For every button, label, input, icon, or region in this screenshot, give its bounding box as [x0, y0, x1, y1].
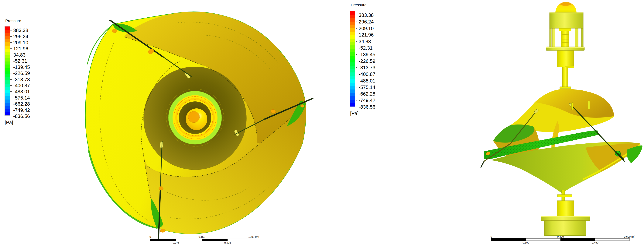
legend-label-row: -400.87	[10, 83, 30, 89]
legend-tick	[10, 42, 12, 43]
scale-ruler-right: 0 0.300 0.600 (m) 0.150 0.450	[491, 235, 630, 244]
legend-value: -52.31	[13, 59, 27, 63]
collar-top-face	[550, 13, 583, 14]
legend-value: -662.28	[13, 101, 30, 106]
legend-label-row: 383.38	[356, 12, 375, 19]
cfd-postprocessor-canvas: Pressure 383.38 296.24 209.10 121.96 34.…	[0, 0, 644, 249]
ruler-label: 0.150	[198, 235, 205, 238]
legend-label-row: 383.38	[10, 27, 30, 33]
impeller-top-view	[86, 12, 313, 239]
legend-tick	[356, 15, 357, 15]
legend-value: -749.42	[359, 98, 375, 103]
legend-label-row: -313.73	[356, 64, 375, 71]
legend-tick	[356, 100, 357, 100]
shaft-step	[559, 28, 571, 31]
legend-title: Pressure	[5, 19, 21, 23]
drive-shaft	[562, 67, 568, 88]
legend-value: 296.24	[359, 19, 374, 24]
legend-tick	[356, 94, 357, 94]
legend-label-row: 296.24	[10, 33, 30, 39]
ruler-label: 0.600 (m)	[624, 235, 635, 238]
ruler-bar	[150, 238, 254, 241]
legend-value: -662.28	[359, 91, 375, 96]
dome-cap	[560, 3, 571, 6]
legend-label-row: -662.28	[10, 101, 30, 107]
legend-value: -313.73	[13, 77, 30, 82]
legend-value: 383.38	[359, 13, 374, 18]
legend-tick	[10, 67, 12, 67]
turbine-side-view	[481, 2, 642, 236]
legend-value: -226.59	[13, 71, 30, 76]
legend-tick	[10, 61, 12, 61]
ruler-label: 0.150	[522, 241, 529, 244]
legend-label-row: -488.01	[10, 89, 30, 95]
legend-tick	[356, 74, 357, 74]
legend-value: -226.59	[359, 59, 375, 64]
legend-tick	[10, 36, 12, 37]
legend-value: 34.83	[13, 52, 26, 57]
base-drum	[544, 221, 586, 236]
legend-tick	[356, 28, 357, 29]
legend-colorbar	[350, 11, 355, 107]
ruler-label: 0.225	[224, 241, 231, 244]
legend-value: -575.14	[359, 85, 375, 90]
ruler-bar	[491, 238, 630, 241]
legend-value: -313.73	[359, 65, 375, 70]
legend-value: 121.96	[13, 46, 28, 51]
legend-value: 121.96	[359, 32, 374, 37]
legend-tick	[356, 48, 357, 48]
legend-value: -139.45	[13, 65, 30, 70]
legend-tick	[10, 98, 12, 98]
ruler-label: 0.450	[592, 241, 598, 244]
legend-label-row: -575.14	[10, 95, 30, 101]
legend-value: -749.42	[13, 108, 30, 113]
legend-value: -400.87	[13, 83, 30, 88]
legend-tick	[10, 104, 12, 104]
legend-value: -400.87	[359, 72, 375, 77]
legend-label-row: -226.59	[356, 58, 375, 64]
spiral-blade-assembly	[481, 89, 642, 193]
legend-value: 209.10	[13, 40, 28, 45]
legend-label-row: -313.73	[10, 76, 30, 82]
legend-tick	[356, 41, 357, 42]
legend-tick	[10, 116, 12, 116]
upper-block	[557, 51, 574, 67]
legend-tick	[10, 30, 12, 31]
legend-tick	[10, 55, 12, 55]
legend-tick	[10, 79, 12, 80]
legend-tick	[356, 22, 357, 22]
legend-label-row: -226.59	[10, 70, 30, 76]
legend-tick	[10, 110, 12, 110]
legend-labels: 383.38 296.24 209.10 121.96 34.83 -52.31…	[356, 12, 375, 110]
legend-tick	[356, 35, 357, 35]
scale-ruler-left: 0 0.150 0.300 (m) 0.075 0.225	[150, 235, 254, 244]
legend-value: -488.01	[13, 89, 30, 94]
ruler-label: 0	[490, 235, 492, 238]
legend-unit: [Pa]	[350, 111, 358, 116]
legend-label-row: -139.45	[10, 64, 30, 70]
legend-value: 209.10	[359, 26, 374, 31]
ruler-label: 0	[150, 235, 151, 238]
legend-value: -836.56	[13, 114, 30, 119]
legend-label-row: -52.31	[10, 58, 30, 64]
legend-label-row: -749.42	[356, 97, 375, 104]
legend-label-row: -488.01	[356, 77, 375, 84]
legend-colorbar	[5, 27, 10, 115]
legend-label-row: 121.96	[356, 32, 375, 38]
blade-pin-1	[572, 103, 573, 110]
legend-tick	[10, 73, 12, 73]
flange-top-face	[546, 47, 584, 48]
legend-value: 34.83	[359, 39, 371, 44]
lower-flange-top-face	[541, 216, 590, 217]
3d-viewport[interactable]	[0, 0, 644, 249]
legend-tick	[356, 54, 357, 55]
legend-label-row: 34.83	[10, 52, 30, 58]
legend-tick	[356, 107, 357, 107]
legend-value: -488.01	[359, 78, 375, 83]
upper-inner-shaft	[561, 31, 569, 47]
legend-tick	[356, 87, 357, 87]
legend-label-row: -836.56	[356, 104, 375, 110]
lower-block	[557, 200, 574, 216]
ruler-label: 0.075	[173, 241, 179, 244]
legend-label-row: -575.14	[356, 84, 375, 91]
